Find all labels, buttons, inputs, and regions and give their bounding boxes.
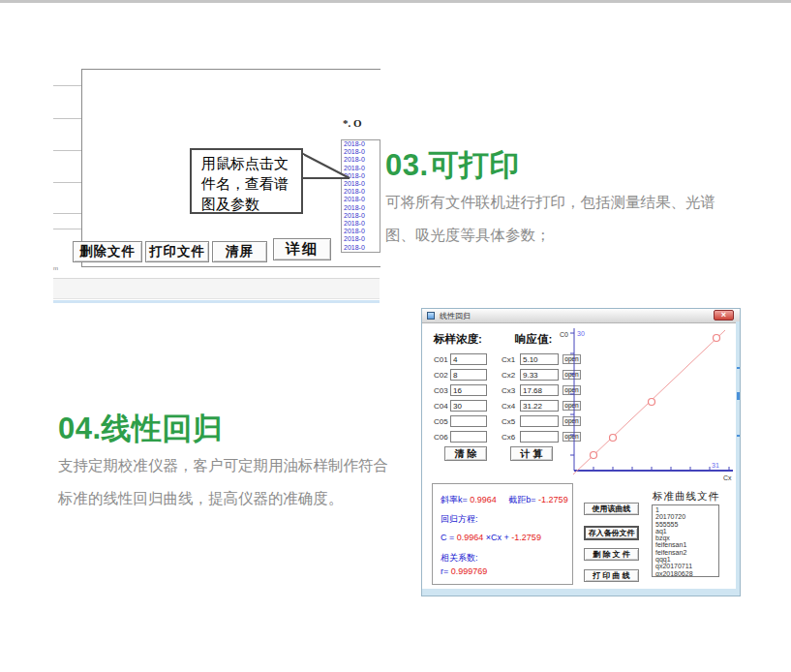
r-value: 0.999769 (451, 566, 488, 576)
c-label: C04 (434, 402, 448, 411)
r-label: r= (441, 566, 448, 576)
cx-value-input[interactable] (520, 369, 559, 381)
equation-lhs: C = (441, 533, 454, 542)
regression-chart (570, 324, 737, 479)
file-date-item[interactable]: 2018-0 (344, 244, 380, 252)
curve-file-item[interactable]: aq1 (655, 528, 718, 535)
input-row: C04 Cx4 open (422, 400, 582, 413)
c-label: C02 (434, 371, 448, 380)
status-strip (53, 278, 380, 299)
accent-strip (53, 300, 380, 303)
close-icon[interactable]: × (714, 310, 734, 321)
cx-value-input[interactable] (520, 400, 559, 412)
response-header: 响应值: (515, 332, 552, 347)
c-label: C05 (434, 417, 448, 426)
delete-curve-file-button[interactable]: 删 除 文 件 (584, 548, 639, 561)
c-value-input[interactable] (450, 384, 487, 396)
save-backup-button[interactable]: 存入备份文件 (584, 526, 639, 540)
input-row: C03 Cx3 open (422, 384, 582, 398)
data-point (610, 435, 617, 442)
curve-file-item[interactable]: bzqx (655, 535, 718, 541)
file-date-item[interactable]: 2018-0 (344, 196, 380, 203)
c-value-input[interactable] (450, 400, 487, 412)
curve-file-item[interactable]: qx20170711 (655, 563, 718, 569)
file-date-item[interactable]: 2018-0 (344, 204, 380, 212)
correlation-label: 相关系数: (441, 552, 478, 565)
gridline-stub (53, 150, 81, 151)
edge-mark (737, 435, 740, 437)
curve-file-item[interactable]: feifensan1 (655, 541, 718, 548)
dialog-titlebar[interactable]: 线性回归 × (422, 309, 740, 323)
use-curve-button[interactable]: 使用该曲线 (584, 503, 639, 515)
cx-value-input[interactable] (520, 415, 559, 427)
curve-file-list[interactable]: 1 20170720 555555 aq1 bzqx feifensan1 fe… (652, 504, 719, 577)
gridline-stub (53, 182, 81, 183)
curve-file-item[interactable]: qqq1 (655, 556, 718, 563)
equation-slope: 0.9964 (457, 533, 484, 542)
cx-label: Cx1 (502, 355, 515, 364)
file-date-item[interactable]: 2018-0 (344, 212, 380, 220)
edge-mark (737, 392, 740, 400)
callout-text-line: 图及参数 (201, 194, 301, 214)
clear-screen-button[interactable]: 清屏 (212, 241, 267, 262)
delete-file-button[interactable]: 删除文件 (73, 241, 142, 262)
curve-file-item[interactable]: 1 (655, 506, 718, 513)
input-row: C06 Cx6 open (422, 431, 582, 444)
detail-button[interactable]: 详细 (273, 238, 331, 260)
data-point (649, 399, 655, 406)
equation-mid: ×Cx + (486, 533, 509, 542)
file-date-item[interactable]: 2018-0 (344, 140, 380, 148)
cx-value-input[interactable] (520, 353, 559, 365)
software-screenshot-fragment: *. O 2018-0 2018-0 2018-0 2018-0 2018-0 … (0, 0, 387, 310)
dialog-bottom-edge (422, 589, 740, 596)
c-value-input[interactable] (450, 415, 487, 427)
curve-file-list-title: 标准曲线文件 (653, 490, 719, 504)
unit-label: m (53, 265, 58, 271)
page: *. O 2018-0 2018-0 2018-0 2018-0 2018-0 … (0, 0, 791, 672)
slope-label: 斜率k= (441, 495, 468, 504)
c-value-input[interactable] (450, 353, 487, 365)
linear-regression-dialog: 线性回归 × 标样浓度: 响应值: C01 Cx1 open C02 Cx2 o… (421, 308, 741, 596)
cx-value-input[interactable] (520, 384, 559, 396)
file-date-item[interactable]: 2018-0 (344, 235, 380, 243)
callout-text-line: 件名，查看谱 (201, 173, 301, 194)
c-label: C03 (434, 386, 448, 395)
input-row: C01 Cx1 open (422, 353, 582, 367)
window-icon (427, 312, 435, 320)
cx-value-input[interactable] (520, 431, 559, 443)
gridline-stub (53, 229, 81, 229)
section-regression-heading: 04.线性回归 (58, 409, 224, 449)
curve-file-item[interactable]: feifensan2 (655, 549, 718, 556)
cx-label: Cx2 (502, 371, 515, 380)
file-column-header: *. O (343, 117, 362, 129)
cx-label: Cx5 (502, 417, 515, 426)
gridline-stub (53, 118, 81, 119)
curve-file-item[interactable]: qx20180628 (655, 570, 718, 577)
cx-label: Cx3 (502, 386, 515, 395)
print-curve-button[interactable]: 打 印 曲 线 (584, 569, 639, 582)
calculate-button[interactable]: 计 算 (510, 446, 553, 461)
gridline-stub (53, 85, 81, 86)
dialog-right-edge (736, 321, 740, 596)
intercept-label: 截距b= (508, 495, 535, 504)
concentration-header: 标样浓度: (434, 332, 482, 347)
equation-label: 回归方程: (441, 513, 478, 526)
data-point (591, 452, 597, 459)
intercept-value: -1.2759 (538, 495, 568, 504)
callout-text-line: 用鼠标点击文 (201, 153, 301, 173)
file-date-item[interactable]: 2018-0 (344, 220, 380, 228)
file-date-item[interactable]: 2018-0 (344, 188, 380, 196)
edge-mark (737, 367, 740, 369)
c-value-input[interactable] (450, 431, 487, 443)
input-row: C05 Cx5 open (422, 415, 582, 429)
c-label: C01 (434, 355, 448, 364)
equation-intercept: -1.2759 (511, 533, 541, 542)
print-file-button[interactable]: 打印文件 (145, 241, 209, 262)
curve-file-item[interactable]: 20170720 (655, 513, 718, 520)
file-date-item[interactable]: 2018-0 (344, 228, 380, 235)
c-label: C06 (434, 433, 448, 442)
c-value-input[interactable] (450, 369, 487, 381)
curve-file-item[interactable]: 555555 (655, 521, 718, 528)
clear-button[interactable]: 清 除 (444, 446, 487, 461)
input-row: C02 Cx2 open (422, 369, 582, 382)
